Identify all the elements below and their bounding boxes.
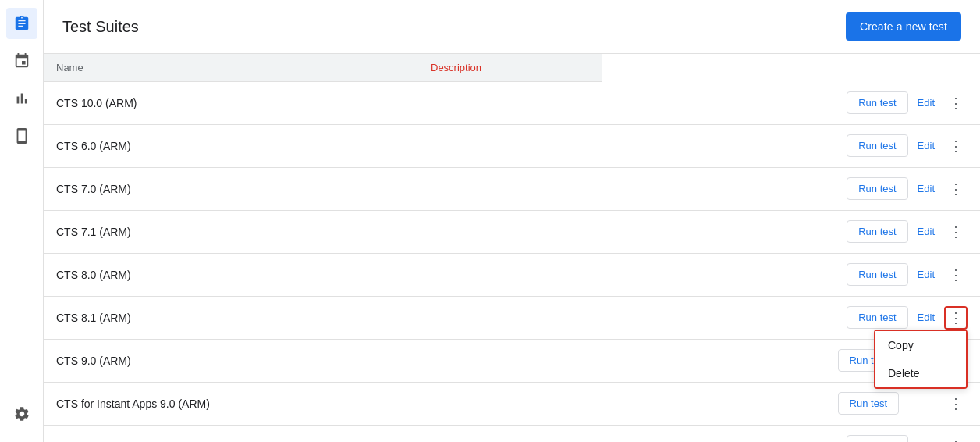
cell-name: CTS 8.0 (ARM) (44, 253, 418, 296)
page-header: Test Suites Create a new test (44, 0, 980, 54)
cell-name: CTS 10.0 (ARM) (44, 82, 418, 125)
edit-button[interactable]: Edit (911, 264, 941, 285)
table-row: CTS 8.1 (ARM)Run testEdit⋮CopyDelete (44, 296, 980, 339)
more-options-button[interactable]: ⋮ (944, 263, 968, 287)
sidebar-item-settings[interactable] (6, 398, 37, 430)
main-content: Test Suites Create a new test Name Descr… (44, 0, 980, 442)
table-row: CTS 10.0 (ARM)Run testEdit⋮ (44, 82, 980, 125)
context-menu-delete[interactable]: Delete (875, 359, 966, 387)
cell-actions: Run testEdit⋮ (602, 82, 980, 125)
table-header-row: Name Description (44, 54, 980, 82)
cell-name: CTS 9.0 (ARM) (44, 339, 418, 382)
more-options-button[interactable]: ⋮ (944, 134, 968, 158)
sidebar-item-schedules[interactable] (6, 45, 37, 77)
settings-icon (13, 405, 30, 422)
sidebar-item-devices[interactable] (6, 120, 37, 151)
more-options-button[interactable]: ⋮ (944, 306, 968, 330)
device-icon (13, 127, 30, 144)
cell-name: CTS for Instant Apps 9.0 (ARM) (44, 382, 418, 425)
run-test-button[interactable]: Run test (847, 91, 907, 114)
create-new-test-button[interactable]: Create a new test (846, 12, 961, 41)
table-row: CTS 7.0 (ARM)Run testEdit⋮ (44, 167, 980, 210)
cell-description (418, 339, 602, 382)
edit-button[interactable]: Edit (911, 221, 941, 242)
edit-button[interactable]: Edit (911, 307, 941, 328)
run-test-button[interactable]: Run test (847, 177, 907, 200)
edit-button[interactable]: Edit (911, 178, 941, 199)
table-row: CTS-on-GSI 9.0 (ARM)Run testEdit⋮ (44, 425, 980, 442)
test-suites-table: Name Description CTS 10.0 (ARM)Run testE… (44, 54, 980, 442)
clipboard-icon (13, 15, 30, 32)
cell-description (418, 296, 602, 339)
more-options-button[interactable]: ⋮ (944, 392, 968, 415)
more-options-button[interactable]: ⋮ (944, 177, 968, 201)
table-row: CTS 7.1 (ARM)Run testEdit⋮ (44, 210, 980, 253)
cell-actions: Run testEdit⋮CopyDelete (602, 296, 980, 339)
run-test-button[interactable]: Run test (847, 134, 907, 157)
cell-name: CTS 6.0 (ARM) (44, 124, 418, 167)
cell-description (418, 382, 602, 425)
more-options-dropdown[interactable]: ⋮CopyDelete (944, 306, 968, 330)
edit-button[interactable]: Edit (911, 135, 941, 156)
cell-description (418, 124, 602, 167)
cell-actions: Run testEdit⋮ (602, 167, 980, 210)
context-menu-copy[interactable]: Copy (875, 331, 966, 359)
test-suites-table-container: Name Description CTS 10.0 (ARM)Run testE… (44, 54, 980, 442)
column-header-name: Name (44, 54, 418, 82)
cell-description (418, 210, 602, 253)
cell-description (418, 253, 602, 296)
table-row: CTS 6.0 (ARM)Run testEdit⋮ (44, 124, 980, 167)
sidebar-item-results[interactable] (6, 83, 37, 114)
cell-name: CTS 8.1 (ARM) (44, 296, 418, 339)
run-test-button[interactable]: Run test (838, 392, 899, 415)
cell-actions: Run testEdit⋮ (602, 210, 980, 253)
edit-button[interactable]: Edit (911, 436, 941, 442)
run-test-button[interactable]: Run test (847, 435, 907, 442)
sidebar-item-test-suites[interactable] (6, 8, 37, 39)
sidebar (0, 0, 44, 442)
run-test-button[interactable]: Run test (847, 220, 907, 243)
cell-name: CTS 7.0 (ARM) (44, 167, 418, 210)
edit-button[interactable]: Edit (911, 92, 941, 113)
column-header-description: Description (418, 54, 602, 82)
cell-name: CTS 7.1 (ARM) (44, 210, 418, 253)
bar-chart-icon (13, 90, 30, 107)
page-title: Test Suites (62, 18, 139, 36)
more-options-button[interactable]: ⋮ (944, 91, 968, 115)
cell-actions: Run testEdit⋮ (602, 124, 980, 167)
run-test-button[interactable]: Run test (847, 263, 907, 286)
calendar-icon (13, 52, 30, 70)
table-row: CTS 8.0 (ARM)Run testEdit⋮ (44, 253, 980, 296)
cell-description (418, 167, 602, 210)
table-row: CTS 9.0 (ARM)Run test⋮ (44, 339, 980, 382)
cell-actions: Run testEdit⋮ (602, 253, 980, 296)
context-menu: CopyDelete (874, 330, 968, 389)
cell-name: CTS-on-GSI 9.0 (ARM) (44, 425, 418, 442)
more-options-button[interactable]: ⋮ (944, 220, 968, 244)
more-options-button[interactable]: ⋮ (944, 435, 968, 443)
run-test-button[interactable]: Run test (847, 306, 907, 329)
table-row: CTS for Instant Apps 9.0 (ARM)Run test⋮ (44, 382, 980, 425)
cell-actions: Run testEdit⋮ (602, 425, 980, 442)
cell-description (418, 82, 602, 125)
cell-description (418, 425, 602, 442)
